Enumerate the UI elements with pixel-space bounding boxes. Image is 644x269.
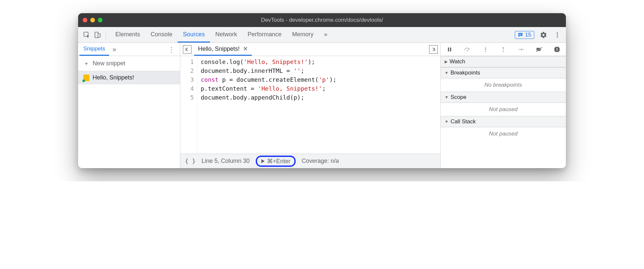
plus-icon: ＋ [83, 59, 89, 67]
tab-sources[interactable]: Sources [178, 27, 210, 43]
minimize-window-icon[interactable] [90, 18, 95, 22]
main-toolbar: Elements Console Sources Network Perform… [78, 27, 566, 43]
traffic-lights [83, 18, 102, 22]
devtools-window: DevTools - developer.chrome.com/docs/dev… [78, 13, 566, 168]
run-snippet-button[interactable]: ⌘+Enter [256, 156, 296, 167]
step-over-icon[interactable] [463, 45, 471, 53]
snippet-item[interactable]: Hello, Snippets! [78, 71, 180, 84]
step-icon[interactable] [517, 45, 525, 53]
cursor-position: Line 5, Column 30 [202, 158, 250, 164]
tab-network[interactable]: Network [210, 27, 242, 43]
pause-icon[interactable] [446, 45, 454, 53]
chevron-right-icon: ▶ [445, 59, 448, 64]
navigator-tabs: Snippets » ⋮ [78, 43, 180, 56]
line-number: 2 [180, 66, 194, 75]
pause-on-exceptions-icon[interactable] [553, 45, 561, 53]
editor-pane: Hello, Snippets! ✕ 1 2 3 4 5 console.log… [180, 43, 441, 168]
chevron-down-icon: ▼ [445, 119, 449, 124]
editor-footer: { } Line 5, Column 30 ⌘+Enter Coverage: … [180, 154, 440, 168]
snippet-file-icon [83, 75, 89, 81]
scope-body: Not paused [441, 103, 566, 116]
tab-snippets[interactable]: Snippets [79, 43, 109, 56]
issues-badge[interactable]: 15 [515, 31, 534, 39]
svg-rect-21 [557, 48, 557, 50]
close-window-icon[interactable] [83, 18, 87, 22]
breakpoints-body: No breakpoints [441, 78, 566, 92]
navigator-pane: Snippets » ⋮ ＋ New snippet Hello, Snippe… [78, 43, 180, 168]
chat-icon [518, 32, 523, 38]
code-content: console.log('Hello, Snippets!'); documen… [197, 57, 337, 154]
tab-memory[interactable]: Memory [287, 27, 319, 43]
pretty-print-button[interactable]: { } [185, 158, 196, 164]
svg-point-7 [557, 36, 558, 38]
step-into-icon[interactable] [482, 45, 489, 53]
tab-console[interactable]: Console [145, 27, 178, 43]
navigator-kebab-icon[interactable]: ⋮ [164, 45, 179, 53]
section-title: Scope [451, 94, 466, 101]
line-number: 4 [180, 84, 194, 93]
tab-more[interactable]: » [319, 27, 333, 43]
toolbar-right: 15 [515, 30, 562, 40]
svg-point-16 [503, 51, 504, 52]
section-title: Breakpoints [451, 70, 480, 76]
play-icon [261, 159, 265, 164]
step-out-icon[interactable] [499, 45, 507, 53]
editor-tabbar: Hello, Snippets! ✕ [180, 43, 440, 56]
file-tab-label: Hello, Snippets! [198, 45, 240, 52]
new-snippet-label: New snippet [93, 60, 125, 67]
zoom-window-icon[interactable] [98, 18, 102, 22]
line-number: 5 [180, 93, 194, 102]
section-title: Watch [450, 58, 465, 65]
main-area: Snippets » ⋮ ＋ New snippet Hello, Snippe… [78, 43, 566, 168]
settings-icon[interactable] [539, 30, 548, 40]
snippet-item-label: Hello, Snippets! [93, 74, 134, 81]
svg-rect-10 [448, 47, 449, 51]
inspect-element-icon[interactable] [82, 30, 91, 40]
svg-point-12 [467, 50, 468, 51]
section-watch[interactable]: ▶ Watch [441, 56, 566, 67]
tab-performance[interactable]: Performance [242, 27, 287, 43]
nav-back-icon[interactable] [183, 45, 191, 54]
svg-point-6 [557, 34, 558, 36]
navigator-more[interactable]: » [109, 45, 119, 53]
kebab-menu-icon[interactable] [553, 30, 562, 40]
titlebar: DevTools - developer.chrome.com/docs/dev… [78, 13, 566, 27]
debugger-toolbar [441, 43, 566, 56]
nav-fwd-icon[interactable] [429, 45, 438, 54]
close-icon[interactable]: ✕ [243, 45, 248, 52]
chevron-down-icon: ▼ [445, 71, 449, 75]
svg-point-14 [485, 51, 486, 52]
section-title: Call Stack [451, 118, 476, 125]
file-tab[interactable]: Hello, Snippets! ✕ [194, 43, 252, 56]
chevron-down-icon: ▼ [445, 95, 449, 100]
device-toggle-icon[interactable] [93, 30, 102, 40]
panel-tabs: Elements Console Sources Network Perform… [110, 27, 333, 43]
window-title: DevTools - developer.chrome.com/docs/dev… [78, 17, 566, 23]
section-callstack[interactable]: ▼ Call Stack [441, 116, 566, 127]
line-number: 3 [180, 75, 194, 84]
deactivate-breakpoints-icon[interactable] [535, 45, 543, 53]
toolbar-separator [106, 31, 106, 39]
run-shortcut-label: ⌘+Enter [267, 158, 291, 165]
svg-point-5 [557, 32, 558, 34]
tab-elements[interactable]: Elements [110, 27, 145, 43]
svg-rect-11 [450, 47, 452, 51]
new-snippet-button[interactable]: ＋ New snippet [78, 56, 180, 71]
coverage-label: Coverage: n/a [302, 158, 339, 164]
svg-rect-2 [98, 34, 100, 37]
svg-rect-3 [519, 34, 522, 34]
callstack-body: Not paused [441, 127, 566, 140]
section-breakpoints[interactable]: ▼ Breakpoints [441, 67, 566, 78]
svg-point-18 [523, 49, 524, 50]
line-gutter: 1 2 3 4 5 [180, 57, 197, 154]
code-editor[interactable]: 1 2 3 4 5 console.log('Hello, Snippets!'… [180, 56, 440, 154]
debugger-pane: ▶ Watch ▼ Breakpoints No breakpoints ▼ S… [441, 43, 566, 168]
issues-count: 15 [525, 32, 531, 38]
section-scope[interactable]: ▼ Scope [441, 92, 566, 103]
svg-rect-22 [557, 50, 557, 51]
line-number: 1 [180, 57, 194, 66]
svg-rect-4 [519, 35, 521, 35]
